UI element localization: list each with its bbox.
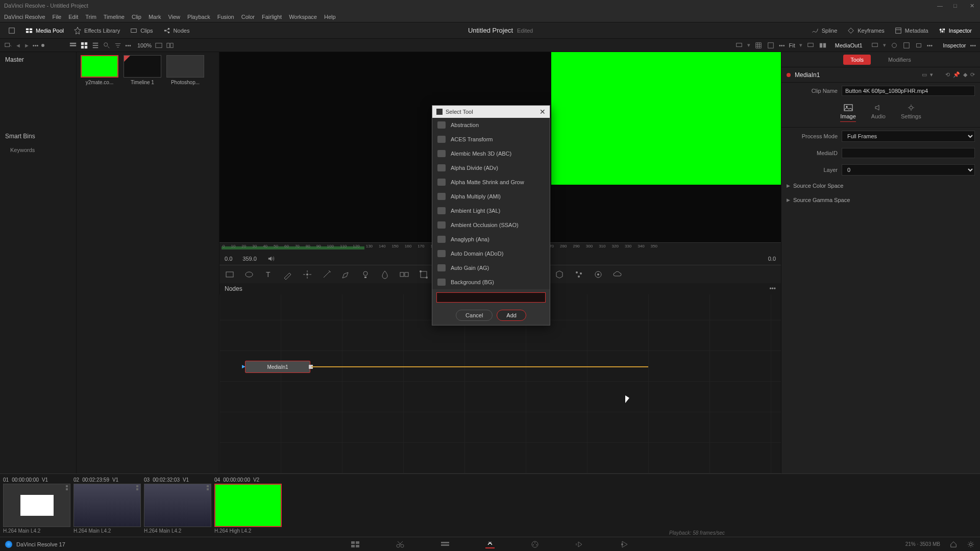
- media-id-field[interactable]: [842, 148, 975, 158]
- keyframes-button[interactable]: Keyframes: [843, 25, 889, 36]
- node-lock-icon[interactable]: ⟲: [945, 71, 950, 78]
- cut-page-icon[interactable]: [396, 540, 405, 548]
- menu-playback[interactable]: Playback: [187, 14, 210, 20]
- fusion-page-icon[interactable]: [485, 540, 495, 548]
- rect-icon[interactable]: [915, 42, 923, 49]
- menu-edit[interactable]: Edit: [68, 14, 78, 20]
- edit-page-icon[interactable]: [440, 540, 450, 548]
- paint-tool-icon[interactable]: [302, 269, 312, 280]
- clip-item[interactable]: 0400:00:00:00V2 H.264 High L4.2: [214, 477, 282, 534]
- tool-list-item[interactable]: Abstraction: [432, 118, 550, 132]
- menu-color[interactable]: Color: [241, 14, 255, 20]
- keywords-bin[interactable]: Keywords: [0, 144, 76, 156]
- tab-tools[interactable]: Tools: [843, 55, 871, 65]
- merge-tool-icon[interactable]: [399, 269, 409, 280]
- menu-fairlight[interactable]: Fairlight: [262, 14, 282, 20]
- tool-list-item[interactable]: Auto Domain (ADoD): [432, 246, 550, 261]
- home-icon[interactable]: [949, 541, 958, 548]
- node-reset-icon[interactable]: ⟳: [970, 71, 975, 78]
- media-pool-button[interactable]: Media Pool: [21, 25, 68, 36]
- node-dropdownicon[interactable]: ▾: [930, 71, 933, 78]
- subtab-image[interactable]: Image: [840, 104, 856, 122]
- color-page-icon[interactable]: [530, 540, 540, 548]
- menu-davinci[interactable]: DaVinci Resolve: [4, 14, 45, 20]
- fit-dropdown[interactable]: Fit: [789, 42, 795, 48]
- tool-list-item[interactable]: Alpha Multiply (AMl): [432, 189, 550, 204]
- process-mode-select[interactable]: Full Frames: [842, 131, 975, 142]
- dialog-titlebar[interactable]: Select Tool ✕: [432, 106, 550, 118]
- spline-button[interactable]: Spline: [807, 25, 842, 36]
- expand-icon[interactable]: [4, 25, 19, 36]
- tool-list-item[interactable]: Auto Gain (AG): [432, 261, 550, 275]
- ellipse-tool-icon[interactable]: [244, 269, 254, 280]
- thumbnail-view-icon[interactable]: [80, 42, 88, 49]
- media-thumb[interactable]: y2mate.co...: [80, 55, 119, 85]
- node-keyframe-icon[interactable]: ◆: [963, 71, 967, 78]
- maximize-icon[interactable]: □: [953, 3, 960, 9]
- color-icon[interactable]: [767, 42, 775, 49]
- tool-search-input[interactable]: [436, 292, 546, 303]
- cancel-button[interactable]: Cancel: [456, 310, 493, 321]
- tool-list-item[interactable]: Ambient Occlusion (SSAO): [432, 218, 550, 232]
- subtab-audio[interactable]: Audio: [871, 104, 886, 122]
- tool-list[interactable]: AbstractionACES TransformAlembic Mesh 3D…: [432, 118, 550, 289]
- clip-name-field[interactable]: [842, 86, 975, 96]
- media-page-icon[interactable]: [351, 540, 360, 548]
- tool-list-item[interactable]: Background (BG): [432, 275, 550, 289]
- clip-item[interactable]: 0100:00:00:00V1 H.264 Main L4.2: [3, 477, 70, 534]
- brush-tool-icon[interactable]: [283, 269, 293, 280]
- tracker-tool-icon[interactable]: [593, 269, 603, 280]
- pen-tool-icon[interactable]: [341, 269, 351, 280]
- menu-workspace[interactable]: Workspace: [289, 14, 317, 20]
- dropdown-icon[interactable]: [4, 42, 12, 49]
- nodes-menu-icon[interactable]: •••: [769, 285, 776, 292]
- display-icon[interactable]: [735, 42, 743, 49]
- layer-select[interactable]: 0: [842, 164, 975, 176]
- tool-list-item[interactable]: Alembic Mesh 3D (ABC): [432, 146, 550, 161]
- media-in-node[interactable]: MediaIn1: [245, 361, 310, 373]
- metadata-button[interactable]: Metadata: [891, 25, 933, 36]
- source-color-space-group[interactable]: ▶ Source Color Space: [781, 179, 980, 193]
- effects-library-button[interactable]: Effects Library: [70, 25, 124, 36]
- scope-icon[interactable]: [890, 42, 898, 49]
- cloud-tool-icon[interactable]: [612, 269, 623, 280]
- menu-file[interactable]: File: [53, 14, 62, 20]
- tool-list-item[interactable]: Ambient Light (3AL): [432, 204, 550, 218]
- search-icon[interactable]: [103, 42, 111, 49]
- menu-help[interactable]: Help: [324, 14, 336, 20]
- grid-icon[interactable]: [754, 42, 763, 49]
- tool-list-item[interactable]: Alpha Divide (ADv): [432, 161, 550, 175]
- list-view-icon[interactable]: [91, 42, 100, 49]
- sort-icon[interactable]: [114, 42, 122, 49]
- subtab-settings[interactable]: Settings: [901, 104, 921, 122]
- particle-tool-icon[interactable]: [574, 269, 584, 280]
- menu-view[interactable]: View: [168, 14, 180, 20]
- node-pin-icon[interactable]: 📌: [953, 71, 960, 78]
- tool-list-item[interactable]: ACES Transform: [432, 132, 550, 146]
- media-thumb[interactable]: Timeline 1: [122, 55, 162, 85]
- minimize-icon[interactable]: —: [937, 3, 943, 9]
- split2-icon[interactable]: [819, 42, 827, 49]
- menu-clip[interactable]: Clip: [132, 14, 141, 20]
- close-icon[interactable]: ✕: [970, 3, 976, 9]
- transform-tool-icon[interactable]: [419, 269, 429, 280]
- master-bin[interactable]: Master: [0, 52, 76, 67]
- viewer-right[interactable]: [551, 52, 781, 242]
- nodes-button[interactable]: Nodes: [159, 25, 194, 36]
- clip-item[interactable]: 0200:02:23:59V1 H.264 Main L4.2: [74, 477, 141, 534]
- tool-list-item[interactable]: Alpha Matte Shrink and Grow: [432, 175, 550, 189]
- viewer-layout-icon[interactable]: [155, 42, 163, 49]
- zoom-level[interactable]: 100%: [137, 42, 152, 48]
- speaker-icon[interactable]: [267, 255, 275, 262]
- menu-timeline[interactable]: Timeline: [104, 14, 125, 20]
- metadata-view-icon[interactable]: [69, 42, 77, 49]
- 3d-tool-icon[interactable]: [554, 269, 565, 280]
- deliver-page-icon[interactable]: [620, 540, 629, 548]
- tab-modifiers[interactable]: Modifiers: [881, 55, 918, 65]
- clips-button[interactable]: Clips: [126, 25, 157, 36]
- fairlight-page-icon[interactable]: [575, 540, 584, 548]
- light-tool-icon[interactable]: [360, 269, 371, 280]
- node-versions-icon[interactable]: ▭: [922, 71, 927, 78]
- viewer-split-icon[interactable]: [166, 42, 174, 49]
- tool-list-item[interactable]: Anaglyph (Ana): [432, 232, 550, 246]
